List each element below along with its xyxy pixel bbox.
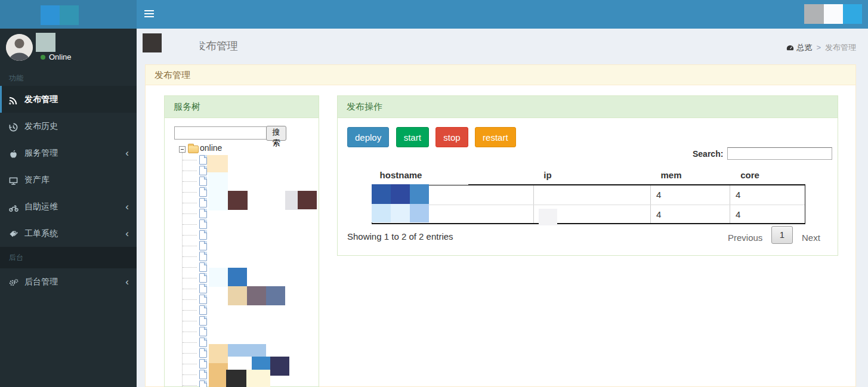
tree-connector (183, 224, 197, 225)
pagination-next[interactable]: Next (802, 233, 820, 243)
file-icon (199, 359, 207, 369)
column-header-mem[interactable]: mem (660, 170, 681, 180)
user-photo-icon (6, 34, 33, 61)
table-search-input[interactable] (727, 147, 832, 160)
tree-node-file[interactable] (165, 359, 320, 370)
tree-node-file[interactable] (165, 219, 320, 230)
tree-root-node[interactable]: online (200, 143, 222, 153)
restart-button[interactable]: restart (475, 127, 516, 147)
sidebar-item-asset-library[interactable]: 资产库 (0, 166, 137, 193)
tags-icon (9, 221, 24, 247)
tree-node-file[interactable] (165, 198, 320, 209)
tree-node-file[interactable] (165, 327, 320, 338)
cell-core-row1: 4 (736, 190, 740, 200)
start-button[interactable]: start (396, 127, 429, 147)
stop-button[interactable]: stop (435, 127, 468, 147)
tree-node-file[interactable] (165, 370, 320, 380)
file-icon (199, 316, 207, 326)
tree-connector (183, 235, 197, 236)
tree-node-file[interactable] (165, 230, 320, 241)
content-area: 发布管理 总览>发布管理 发布管理 服务树 搜索 online 发布操作 dep… (137, 29, 868, 387)
tree-node-file[interactable] (165, 177, 320, 187)
file-icon (199, 370, 207, 379)
chevron-left-icon: ‹ (125, 193, 129, 220)
tree-node-file[interactable] (165, 155, 320, 166)
file-icon (199, 338, 207, 347)
tree-connector (183, 289, 197, 289)
pagination-page-1[interactable]: 1 (771, 226, 793, 244)
sidebar-item-service-manage[interactable]: 服务管理 ‹ (0, 140, 137, 166)
deploy-button[interactable]: deploy (347, 127, 389, 147)
sidebar-item-backend-manage[interactable]: 后台管理 ‹ (0, 268, 137, 295)
apple-icon (9, 140, 24, 167)
cell-mem-row1: 4 (656, 190, 661, 200)
action-buttons: deploy start stop restart (347, 127, 520, 147)
gears-icon (9, 269, 24, 296)
logo-area[interactable] (0, 0, 137, 29)
tree-node-file[interactable] (165, 295, 320, 305)
avatar[interactable] (6, 34, 33, 61)
tree-node-file[interactable] (165, 187, 320, 198)
cell-mem-row2: 4 (656, 209, 661, 219)
column-header-ip[interactable]: ip (543, 170, 551, 180)
tree-node-file[interactable] (165, 284, 320, 295)
tree-connector (183, 342, 197, 343)
file-icon (199, 219, 207, 229)
sidebar-item-label: 发布历史 (24, 121, 58, 131)
file-icon (199, 177, 207, 186)
sidebar-item-label: 自助运维 (24, 202, 58, 211)
tree-collapse-icon[interactable] (179, 146, 186, 153)
tree-node-file[interactable] (165, 348, 320, 359)
motorcycle-icon (9, 194, 24, 221)
tree-node-file[interactable] (165, 273, 320, 284)
service-tree-title: 服务树 (165, 96, 319, 118)
file-icon (199, 198, 207, 208)
menu-header-backend: 后台 (0, 247, 137, 268)
table-border-top (372, 184, 805, 185)
deploy-ops-panel: 发布操作 deploy start stop restart Search: h… (337, 95, 838, 256)
tree-node-file[interactable] (165, 338, 320, 348)
desktop-icon (9, 167, 24, 194)
column-header-hostname[interactable]: hostname (380, 170, 422, 180)
file-icon (199, 241, 207, 250)
breadcrumb-root[interactable]: 总览 (796, 43, 812, 52)
breadcrumb-current: 发布管理 (825, 43, 856, 52)
tree-node-file[interactable] (165, 241, 320, 252)
tree-connector (183, 192, 197, 193)
tree-connector (183, 181, 197, 182)
sidebar-item-self-service-ops[interactable]: 自助运维 ‹ (0, 193, 137, 220)
rss-icon (9, 86, 24, 113)
file-icon (199, 295, 207, 304)
sidebar-toggle-icon[interactable] (144, 10, 154, 17)
table-border-right (805, 184, 805, 224)
sidebar-item-ticket-system[interactable]: 工单系统 ‹ (0, 220, 137, 247)
column-header-core[interactable]: core (740, 170, 759, 180)
tree-node-file[interactable] (165, 166, 320, 177)
pagination-previous[interactable]: Previous (728, 233, 762, 243)
tree-node-file[interactable] (165, 262, 320, 273)
tree-search-input[interactable] (174, 126, 268, 140)
sidebar-item-deploy-manage[interactable]: 发布管理 (0, 86, 137, 113)
sidebar-item-label: 工单系统 (24, 228, 58, 238)
breadcrumb-separator: > (816, 43, 821, 52)
file-icon (199, 252, 207, 261)
sidebar-item-label: 后台管理 (24, 277, 58, 286)
sidebar-item-deploy-history[interactable]: 发布历史 (0, 113, 137, 140)
file-icon (199, 380, 207, 387)
table-search-label: Search: (693, 149, 723, 159)
history-icon (9, 113, 24, 140)
file-icon (199, 166, 207, 175)
tree-search-button[interactable]: 搜索 (266, 126, 286, 141)
tree-connector (183, 332, 197, 332)
tree-node-file[interactable] (165, 252, 320, 262)
app-window: Online 功能 发布管理 发布历史 服务管理 ‹ 资产库 (0, 0, 868, 387)
tree-connector (183, 246, 197, 246)
tree-node-file[interactable] (165, 316, 320, 327)
tree-node-file[interactable] (165, 305, 320, 316)
service-tree-panel: 服务树 搜索 online (164, 95, 319, 387)
tree-node-file[interactable] (165, 380, 320, 387)
tree-node-file[interactable] (165, 209, 320, 219)
table-row-divider (372, 205, 805, 205)
tree-connector (183, 353, 197, 354)
dashboard-icon (786, 44, 794, 51)
